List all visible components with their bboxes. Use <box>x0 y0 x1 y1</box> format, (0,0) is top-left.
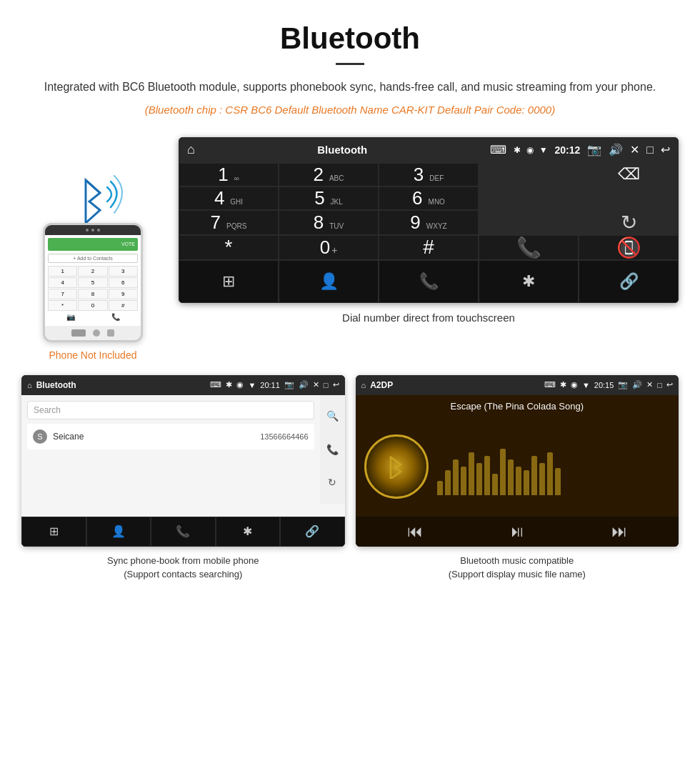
pb-bottom-user[interactable]: 👤 <box>86 517 151 547</box>
main-car-screen: ⌂ Bluetooth ⌨ ✱ ◉ ▼ 20:12 📷 🔊 ✕ □ ↩ <box>179 137 679 303</box>
phonebook-caption: Sync phone-book from mobile phone (Suppo… <box>21 554 345 582</box>
contact-name: Seicane <box>53 432 260 442</box>
play-pause-icon[interactable]: ⏯ <box>509 522 525 541</box>
mu-title: A2DP <box>370 380 540 390</box>
visualizer-bar <box>469 452 474 495</box>
phonebook-body: Search S Seicane 13566664466 <box>21 395 320 517</box>
dial-key-7[interactable]: 7PQRS <box>179 210 279 235</box>
dial-bottom-phone[interactable]: 📞 <box>379 260 479 303</box>
phone-dialpad: 1 2 3 4 5 6 7 8 9 * 0 # <box>48 266 138 311</box>
pb-bottom-phone[interactable]: 📞 <box>151 517 216 547</box>
contact-number: 13566664466 <box>260 432 308 441</box>
dial-key-star[interactable]: * <box>179 235 279 260</box>
header-specs: (Bluetooth chip : CSR BC6 Default Blueto… <box>43 104 657 116</box>
visualizer-bar <box>476 463 482 495</box>
dial-key-5[interactable]: 5JKL <box>279 186 379 210</box>
dial-key-9[interactable]: 9WXYZ <box>379 210 479 235</box>
phone-mockup: VOTE + Add to Contacts 1 2 3 4 5 6 7 8 9… <box>43 223 143 342</box>
dial-bottom-grid[interactable]: ⊞ <box>179 260 279 303</box>
music-song-title: Escape (The Pina Colada Song) <box>356 395 679 417</box>
status-icons: ✱ ◉ ▼ <box>514 145 548 155</box>
camera-icon: 📷 <box>587 143 601 156</box>
phone-screen: VOTE + Add to Contacts 1 2 3 4 5 6 7 8 9… <box>45 235 141 326</box>
visualizer-bar <box>531 456 537 495</box>
dial-key-6[interactable]: 6MNO <box>379 186 479 210</box>
mu-close-icon: ✕ <box>646 380 653 389</box>
music-visualizer <box>437 438 671 495</box>
dial-key-hash[interactable]: # <box>379 235 479 260</box>
phone-not-included-label: Phone Not Included <box>49 349 137 361</box>
pb-close-icon: ✕ <box>313 380 319 389</box>
phonebook-status-bar: ⌂ Bluetooth ⌨ ✱ ◉ ▼ 20:11 📷 🔊 ✕ □ ↩ <box>21 375 345 395</box>
visualizer-bar <box>492 474 498 495</box>
mu-cam-icon: 📷 <box>618 380 628 389</box>
pb-loc-icon: ◉ <box>236 380 244 389</box>
pb-search-icon[interactable]: 🔍 <box>326 410 339 422</box>
pb-bottom-link[interactable]: 🔗 <box>280 517 345 547</box>
phone-section: VOTE + Add to Contacts 1 2 3 4 5 6 7 8 9… <box>21 137 164 361</box>
pb-bottom-bt[interactable]: ✱ <box>216 517 281 547</box>
pb-usb-icon: ⌨ <box>210 380 221 389</box>
main-time: 20:12 <box>555 144 581 156</box>
dial-call-green[interactable]: 📞 <box>479 235 579 260</box>
mu-bt-icon: ✱ <box>560 380 566 389</box>
location-icon: ◉ <box>526 145 534 155</box>
dial-refresh[interactable]: ↻ <box>579 210 679 235</box>
pb-bottom-grid[interactable]: ⊞ <box>21 517 86 547</box>
phone-add-contact: + Add to Contacts <box>48 254 138 263</box>
dial-key-4[interactable]: 4GHI <box>179 186 279 210</box>
dial-empty-3 <box>579 186 679 210</box>
main-screen-title: Bluetooth <box>202 144 483 156</box>
dial-key-3[interactable]: 3DEF <box>379 163 479 186</box>
dial-backspace[interactable]: ⌫ <box>579 163 679 186</box>
prev-track-icon[interactable]: ⏮ <box>407 522 423 541</box>
mu-screen-icon: □ <box>657 381 662 389</box>
dial-bottom-link[interactable]: 🔗 <box>579 260 679 303</box>
screen-icon: □ <box>646 144 654 156</box>
main-content: VOTE + Add to Contacts 1 2 3 4 5 6 7 8 9… <box>0 130 700 368</box>
page-title: Bluetooth <box>43 21 657 56</box>
search-bar[interactable]: Search <box>27 401 314 419</box>
phone-bottom-bar <box>45 326 141 340</box>
mu-loc-icon: ◉ <box>571 380 578 389</box>
pb-vol-icon: 🔊 <box>299 380 309 389</box>
next-track-icon[interactable]: ⏭ <box>611 522 627 541</box>
title-divider <box>336 63 364 65</box>
phonebook-right-icons: 🔍 📞 ↻ <box>320 395 345 504</box>
close-icon: ✕ <box>630 143 639 156</box>
pb-back-icon: ↩ <box>333 380 339 389</box>
dial-bottom-bluetooth[interactable]: ✱ <box>479 260 579 303</box>
visualizer-bar <box>516 467 521 495</box>
visualizer-bar <box>484 456 490 495</box>
visualizer-bar <box>555 468 561 495</box>
header-section: Bluetooth Integrated with BC6 Bluetooth … <box>0 0 700 130</box>
pb-call-icon[interactable]: 📞 <box>326 444 339 455</box>
visualizer-bar <box>461 467 466 495</box>
visualizer-bar <box>437 481 443 495</box>
dial-key-2[interactable]: 2ABC <box>279 163 379 186</box>
music-bt-icon <box>382 450 411 484</box>
visualizer-bar <box>524 470 529 495</box>
music-album-art <box>364 434 429 499</box>
pb-time: 20:11 <box>260 381 280 389</box>
pb-home-icon: ⌂ <box>27 381 32 389</box>
visualizer-bar <box>547 452 553 495</box>
dial-bottom-contacts[interactable]: 👤 <box>279 260 379 303</box>
back-icon: ↩ <box>661 143 670 156</box>
dial-key-1[interactable]: 1∞ <box>179 163 279 186</box>
pb-refresh-icon[interactable]: ↻ <box>328 477 336 488</box>
music-body: Escape (The Pina Colada Song) ⏮ <box>356 395 679 547</box>
car-screen-main: ⌂ Bluetooth ⌨ ✱ ◉ ▼ 20:12 📷 🔊 ✕ □ ↩ <box>179 137 679 331</box>
music-content <box>356 417 679 517</box>
dial-call-red[interactable]: 📵 <box>579 235 679 260</box>
dial-key-0[interactable]: 0+ <box>279 235 379 260</box>
bluetooth-signal-area <box>64 166 121 216</box>
mu-vol-icon: 🔊 <box>632 380 642 389</box>
pb-screen-icon: □ <box>324 381 329 389</box>
usb-icon: ⌨ <box>490 143 506 156</box>
contact-row[interactable]: S Seicane 13566664466 <box>27 424 314 449</box>
dial-key-8[interactable]: 8TUV <box>279 210 379 235</box>
phonebook-screen: ⌂ Bluetooth ⌨ ✱ ◉ ▼ 20:11 📷 🔊 ✕ □ ↩ Sear… <box>21 375 345 547</box>
search-placeholder: Search <box>34 405 61 415</box>
visualizer-bar <box>453 459 459 495</box>
